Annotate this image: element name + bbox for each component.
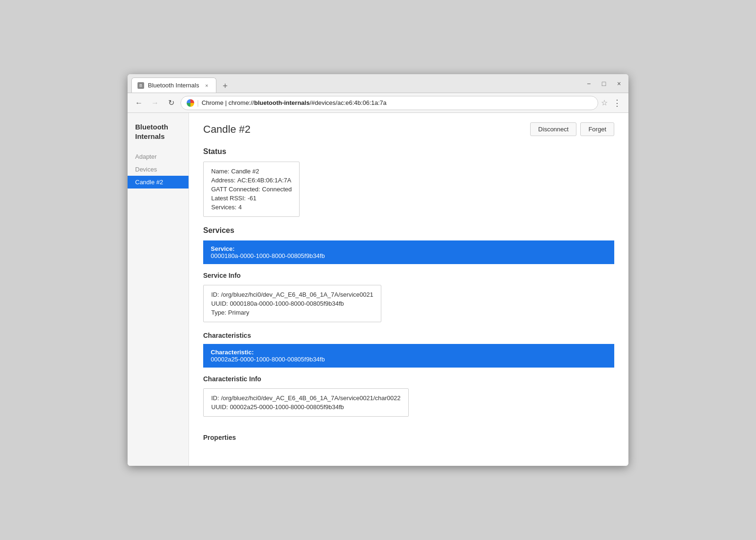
sidebar-item-adapter[interactable]: Adapter	[128, 150, 189, 163]
char-info-box: ID: /org/bluez/hci0/dev_AC_E6_4B_06_1A_7…	[203, 388, 409, 417]
close-window-button[interactable]: ×	[613, 78, 625, 89]
service-type-label: Type:	[211, 309, 226, 316]
name-label: Name:	[211, 168, 229, 175]
service-id-row: ID: /org/bluez/hci0/dev_AC_E6_4B_06_1A_7…	[211, 291, 373, 298]
new-tab-button[interactable]: +	[218, 79, 232, 93]
sidebar-title: Bluetooth Internals	[128, 122, 189, 150]
address-prefix: Chrome	[202, 99, 223, 106]
maximize-button[interactable]: □	[598, 78, 610, 89]
char-uuid-row: UUID: 00002a25-0000-1000-8000-00805f9b34…	[211, 403, 401, 411]
char-bar-label: Characteristic:	[211, 349, 607, 356]
browser-window: B Bluetooth Internals × + − □ × ← → ↻ | …	[128, 74, 628, 466]
rssi-value: -61	[248, 195, 257, 202]
reload-button[interactable]: ↻	[164, 96, 178, 110]
title-bar: B Bluetooth Internals × + − □ ×	[128, 74, 628, 93]
services-section-title: Services	[203, 226, 614, 235]
sidebar: Bluetooth Internals Adapter Devices Cand…	[128, 113, 189, 466]
gatt-value: Connected	[262, 186, 292, 193]
characteristic-bar[interactable]: Characteristic: 00002a25-0000-1000-8000-…	[203, 344, 614, 368]
char-id-value: /org/bluez/hci0/dev_AC_E6_4B_06_1A_7A/se…	[221, 394, 401, 402]
tab-favicon: B	[137, 82, 144, 89]
window-controls: − □ ×	[583, 78, 625, 89]
service-info-box: ID: /org/bluez/hci0/dev_AC_E6_4B_06_1A_7…	[203, 285, 381, 322]
name-value: Candle #2	[231, 168, 259, 175]
char-bar-uuid: 00002a25-0000-1000-8000-00805f9b34fb	[211, 356, 607, 363]
address-bold: bluetooth-internals	[254, 99, 310, 106]
gatt-label: GATT Connected:	[211, 186, 260, 193]
status-address-row: Address: AC:E6:4B:06:1A:7A	[211, 177, 292, 184]
service-id-value: /org/bluez/hci0/dev_AC_E6_4B_06_1A_7A/se…	[221, 291, 373, 298]
sidebar-item-candle2[interactable]: Candle #2	[128, 176, 189, 189]
active-tab[interactable]: B Bluetooth Internals ×	[131, 77, 216, 93]
char-uuid-value: 00002a25-0000-1000-8000-00805f9b34fb	[230, 403, 344, 411]
char-id-label: ID:	[211, 394, 219, 402]
service-info-title: Service Info	[203, 272, 614, 279]
address-pipe: |	[225, 99, 229, 106]
characteristics-title: Characteristics	[203, 332, 614, 339]
service-id-label: ID:	[211, 291, 219, 298]
page-content: Bluetooth Internals Adapter Devices Cand…	[128, 113, 628, 466]
status-gatt-row: GATT Connected: Connected	[211, 186, 292, 193]
page-header: Candle #2 Disconnect Forget	[203, 122, 614, 136]
address-bar-container[interactable]: | Chrome | chrome://bluetooth-internals/…	[180, 96, 598, 110]
service-bar[interactable]: Service: 0000180a-0000-1000-8000-00805f9…	[203, 240, 614, 264]
service-uuid-label: UUID:	[211, 300, 228, 307]
forget-button[interactable]: Forget	[580, 122, 614, 136]
tab-close-button[interactable]: ×	[203, 82, 210, 89]
header-buttons: Disconnect Forget	[530, 122, 614, 136]
service-uuid-row: UUID: 0000180a-0000-1000-8000-00805f9b34…	[211, 300, 373, 307]
service-bar-label: Service:	[211, 245, 607, 252]
back-button[interactable]: ←	[132, 96, 146, 110]
chrome-icon	[187, 99, 194, 107]
service-bar-uuid: 0000180a-0000-1000-8000-00805f9b34fb	[211, 252, 607, 259]
status-rssi-row: Latest RSSI: -61	[211, 195, 292, 202]
properties-title: Properties	[203, 434, 614, 441]
forward-button[interactable]: →	[148, 96, 162, 110]
rssi-label: Latest RSSI:	[211, 195, 246, 202]
main-content: Candle #2 Disconnect Forget Status Name:…	[189, 113, 628, 466]
status-name-row: Name: Candle #2	[211, 168, 292, 175]
nav-bar: ← → ↻ | Chrome | chrome://bluetooth-inte…	[128, 93, 628, 113]
characteristic-info-section: Characteristic Info ID: /org/bluez/hci0/…	[203, 368, 614, 449]
minimize-button[interactable]: −	[583, 78, 594, 89]
address-value: AC:E6:4B:06:1A:7A	[237, 177, 291, 184]
char-id-row: ID: /org/bluez/hci0/dev_AC_E6_4B_06_1A_7…	[211, 394, 401, 402]
chrome-menu-button[interactable]: ⋮	[610, 96, 624, 110]
pipe-divider: |	[197, 99, 199, 107]
address-suffix: /#devices/ac:e6:4b:06:1a:7a	[309, 99, 387, 106]
service-info-section: Service Info ID: /org/bluez/hci0/dev_AC_…	[203, 264, 614, 456]
service-type-value: Primary	[228, 309, 249, 316]
service-uuid-value: 0000180a-0000-1000-8000-00805f9b34fb	[230, 300, 344, 307]
service-type-row: Type: Primary	[211, 309, 373, 316]
char-info-title: Characteristic Info	[203, 375, 614, 383]
tab-title: Bluetooth Internals	[148, 82, 199, 89]
bookmark-button[interactable]: ☆	[601, 98, 608, 107]
services-value: 4	[238, 204, 241, 211]
char-uuid-label: UUID:	[211, 403, 228, 411]
page-title: Candle #2	[203, 123, 250, 136]
services-label: Services:	[211, 204, 236, 211]
address-plain: chrome://	[229, 99, 254, 106]
address-label: Address:	[211, 177, 235, 184]
status-section-title: Status	[203, 147, 614, 156]
address-text[interactable]: Chrome | chrome://bluetooth-internals/#d…	[202, 99, 387, 106]
status-services-row: Services: 4	[211, 204, 292, 211]
disconnect-button[interactable]: Disconnect	[530, 122, 576, 136]
tab-area: B Bluetooth Internals × +	[131, 74, 583, 93]
sidebar-item-devices[interactable]: Devices	[128, 163, 189, 176]
status-info-box: Name: Candle #2 Address: AC:E6:4B:06:1A:…	[203, 162, 300, 217]
